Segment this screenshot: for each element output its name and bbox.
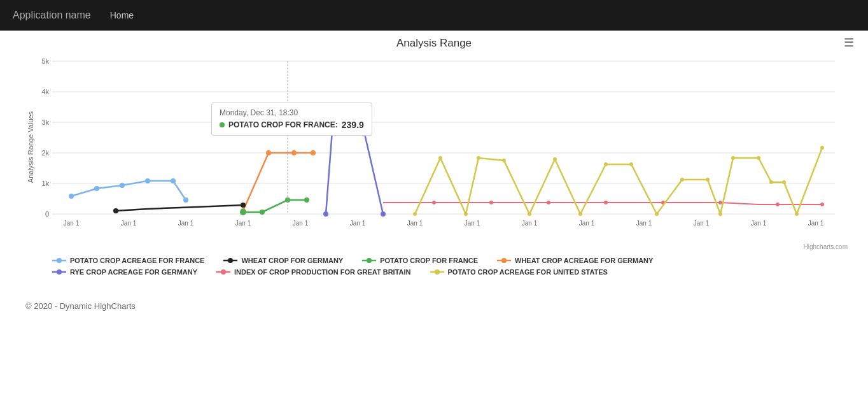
svg-text:Jan 1: Jan 1 bbox=[579, 220, 595, 227]
svg-text:Jan 1: Jan 1 bbox=[293, 220, 309, 227]
svg-text:Jan 1: Jan 1 bbox=[465, 220, 480, 227]
legend-label-1: WHEAT CROP ACREAGE FOR GERMANY bbox=[515, 257, 653, 264]
svg-point-31 bbox=[183, 197, 188, 203]
svg-point-45 bbox=[304, 197, 309, 203]
svg-text:Jan 1: Jan 1 bbox=[808, 220, 824, 227]
svg-text:3k: 3k bbox=[41, 118, 49, 126]
legend-item-4[interactable]: RYE CROP ACREAGE FOR GERMANY bbox=[52, 268, 197, 276]
legend-label-2: POTATO CROP ACREAGE FOR UNITED STATES bbox=[448, 268, 608, 276]
chart-area: Analysis Range Values 5k 4k 3k 2k 1k bbox=[14, 55, 854, 242]
svg-point-55 bbox=[438, 156, 442, 160]
svg-point-68 bbox=[731, 156, 735, 160]
svg-point-52 bbox=[776, 203, 780, 206]
svg-point-71 bbox=[782, 180, 786, 184]
legend-label-5: POTATO CROP FOR FRANCE bbox=[380, 257, 478, 264]
svg-text:Jan 1: Jan 1 bbox=[350, 220, 366, 227]
svg-text:Jan 1: Jan 1 bbox=[407, 220, 423, 227]
legend-icon-1 bbox=[497, 257, 511, 264]
svg-point-47 bbox=[489, 201, 493, 204]
svg-point-76 bbox=[57, 258, 62, 263]
legend-icon-4 bbox=[52, 269, 66, 275]
svg-point-36 bbox=[323, 211, 328, 217]
svg-point-82 bbox=[501, 258, 507, 263]
svg-point-29 bbox=[145, 178, 150, 183]
svg-point-70 bbox=[769, 180, 773, 184]
svg-text:Jan 1: Jan 1 bbox=[64, 220, 80, 227]
svg-point-38 bbox=[361, 129, 367, 134]
svg-point-27 bbox=[94, 186, 99, 191]
svg-point-57 bbox=[477, 156, 480, 160]
legend-label-0: POTATO CROP ACREAGE FOR FRANCE bbox=[70, 257, 204, 264]
svg-point-39 bbox=[381, 211, 386, 217]
svg-point-61 bbox=[578, 212, 582, 216]
legend-icon-5 bbox=[362, 257, 376, 264]
navbar: Application name Home bbox=[0, 0, 868, 31]
svg-point-59 bbox=[528, 212, 531, 216]
svg-point-80 bbox=[367, 258, 372, 263]
svg-text:Jan 1: Jan 1 bbox=[235, 220, 251, 227]
chart-wrapper: Analysis Range ☰ Analysis Range Values 5… bbox=[14, 37, 854, 282]
svg-point-48 bbox=[547, 201, 550, 204]
chart-title-bar: Analysis Range ☰ bbox=[14, 37, 854, 50]
svg-point-28 bbox=[120, 183, 125, 188]
svg-point-41 bbox=[241, 203, 246, 208]
chart-svg: Analysis Range Values 5k 4k 3k 2k 1k bbox=[14, 55, 854, 239]
svg-point-40 bbox=[113, 208, 118, 213]
svg-text:5k: 5k bbox=[41, 57, 49, 65]
legend-icon-2 bbox=[430, 269, 444, 275]
legend-item-3[interactable]: WHEAT CROP FOR GERMANY bbox=[223, 257, 343, 264]
svg-point-26 bbox=[69, 194, 74, 199]
svg-point-88 bbox=[435, 269, 440, 275]
svg-point-37 bbox=[330, 129, 335, 134]
svg-point-30 bbox=[171, 178, 176, 183]
legend-item-1[interactable]: WHEAT CROP ACREAGE FOR GERMANY bbox=[497, 257, 653, 264]
home-link[interactable]: Home bbox=[110, 10, 134, 20]
svg-text:Jan 1: Jan 1 bbox=[121, 220, 137, 227]
svg-point-63 bbox=[629, 162, 633, 166]
chart-legend: POTATO CROP ACREAGE FOR FRANCE WHEAT CRO… bbox=[14, 250, 854, 282]
svg-text:Jan 1: Jan 1 bbox=[636, 220, 652, 227]
svg-text:0: 0 bbox=[45, 210, 49, 218]
chart-title: Analysis Range bbox=[396, 37, 472, 50]
page-content: Analysis Range ☰ Analysis Range Values 5… bbox=[0, 31, 868, 330]
svg-point-78 bbox=[228, 258, 233, 263]
svg-point-34 bbox=[291, 150, 297, 155]
svg-point-67 bbox=[718, 212, 722, 216]
hamburger-icon[interactable]: ☰ bbox=[844, 37, 854, 48]
svg-text:Jan 1: Jan 1 bbox=[522, 220, 538, 227]
legend-icon-6 bbox=[216, 269, 230, 275]
svg-point-73 bbox=[820, 146, 824, 150]
svg-point-33 bbox=[266, 150, 271, 155]
svg-point-72 bbox=[795, 212, 799, 216]
svg-text:4k: 4k bbox=[41, 88, 49, 96]
legend-icon-3 bbox=[223, 257, 237, 264]
svg-point-56 bbox=[464, 212, 468, 216]
svg-point-46 bbox=[432, 201, 436, 204]
legend-item-5[interactable]: POTATO CROP FOR FRANCE bbox=[362, 257, 478, 264]
svg-point-69 bbox=[757, 156, 760, 160]
footer: © 2020 - Dynamic HighCharts bbox=[13, 282, 855, 317]
hc-credit: Highcharts.com bbox=[14, 243, 854, 250]
svg-point-66 bbox=[706, 178, 710, 182]
legend-icon-0 bbox=[52, 257, 66, 264]
legend-item-0[interactable]: POTATO CROP ACREAGE FOR FRANCE bbox=[52, 257, 204, 264]
svg-text:Jan 1: Jan 1 bbox=[751, 220, 767, 227]
svg-point-49 bbox=[604, 201, 608, 204]
svg-point-51 bbox=[718, 201, 722, 204]
app-name: Application name bbox=[13, 10, 91, 21]
legend-item-2[interactable]: POTATO CROP ACREAGE FOR UNITED STATES bbox=[430, 268, 608, 276]
svg-point-86 bbox=[221, 269, 226, 275]
legend-item-6[interactable]: INDEX OF CROP PRODUCTION FOR GREAT BRITA… bbox=[216, 268, 410, 276]
svg-point-58 bbox=[502, 159, 506, 162]
svg-point-84 bbox=[57, 269, 62, 275]
legend-label-6: INDEX OF CROP PRODUCTION FOR GREAT BRITA… bbox=[234, 268, 410, 276]
footer-text: © 2020 - Dynamic HighCharts bbox=[25, 301, 136, 311]
svg-point-53 bbox=[820, 203, 824, 206]
svg-point-54 bbox=[413, 212, 417, 216]
y-axis-label: Analysis Range Values bbox=[27, 111, 34, 183]
legend-label-4: RYE CROP ACREAGE FOR GERMANY bbox=[70, 268, 197, 276]
svg-text:2k: 2k bbox=[41, 149, 49, 157]
svg-text:Jan 1: Jan 1 bbox=[178, 220, 194, 227]
svg-text:1k: 1k bbox=[41, 180, 49, 187]
svg-point-35 bbox=[311, 150, 316, 155]
